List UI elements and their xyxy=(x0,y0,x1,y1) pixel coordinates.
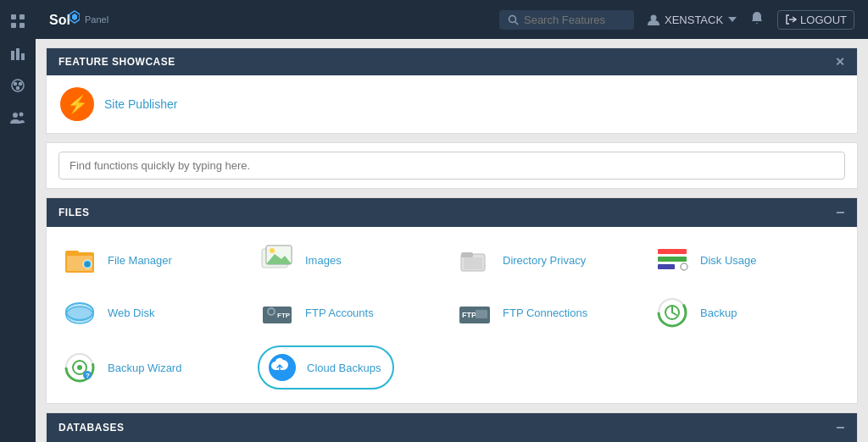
feature-showcase-title: FEATURE SHOWCASE xyxy=(58,56,175,68)
directory-privacy-item[interactable]: Directory Privacy xyxy=(455,240,646,279)
backup-icon xyxy=(653,293,692,332)
svg-point-23 xyxy=(85,262,90,267)
sidebar-icon-chart[interactable] xyxy=(3,39,32,68)
logout-button[interactable]: LOGOUT xyxy=(777,10,854,30)
feature-showcase-panel: FEATURE SHOWCASE ✕ ⚡ Site Publisher xyxy=(46,47,858,134)
disk-usage-item[interactable]: Disk Usage xyxy=(653,240,843,279)
svg-marker-15 xyxy=(72,14,77,20)
svg-rect-34 xyxy=(658,264,675,269)
svg-rect-1 xyxy=(19,14,25,19)
ftp-accounts-item[interactable]: FTP FTP Accounts xyxy=(258,293,448,332)
files-section-title: FILES xyxy=(58,207,90,218)
svg-rect-2 xyxy=(11,23,16,28)
images-item[interactable]: Images xyxy=(258,240,448,279)
feature-showcase-header: FEATURE SHOWCASE ✕ xyxy=(47,48,857,75)
databases-section-header: DATABASES − xyxy=(47,413,857,442)
site-publisher-link[interactable]: Site Publisher xyxy=(104,97,177,111)
collapse-files-button[interactable]: − xyxy=(836,205,845,220)
databases-section-title: DATABASES xyxy=(58,422,124,434)
files-section-header: FILES − xyxy=(47,198,857,227)
svg-point-10 xyxy=(17,87,19,90)
svg-rect-46 xyxy=(476,310,487,318)
sidebar xyxy=(0,0,36,442)
svg-point-12 xyxy=(19,113,24,117)
web-disk-icon xyxy=(60,293,99,332)
svg-text:Sol: Sol xyxy=(49,13,70,27)
backup-item[interactable]: Backup xyxy=(653,293,843,332)
svg-rect-6 xyxy=(21,53,25,60)
bell-icon xyxy=(750,11,764,25)
images-icon xyxy=(258,240,297,279)
disk-usage-label: Disk Usage xyxy=(700,254,756,267)
backup-wizard-label: Backup Wizard xyxy=(108,362,181,374)
ftp-accounts-icon: FTP xyxy=(258,293,297,332)
files-grid: File Manager Images xyxy=(47,227,857,403)
cloud-backups-highlight: Cloud Backups xyxy=(258,345,394,390)
ftp-connections-icon: FTP xyxy=(455,293,494,332)
topnav: Sol Panel XENSTACK xyxy=(36,0,868,39)
ftp-connections-item[interactable]: FTP FTP Connections xyxy=(455,293,646,332)
file-manager-item[interactable]: File Manager xyxy=(60,240,251,279)
svg-point-9 xyxy=(19,83,22,86)
user-icon xyxy=(648,14,659,25)
sidebar-icon-palette[interactable] xyxy=(3,71,32,100)
search-bar[interactable] xyxy=(499,10,634,30)
svg-rect-4 xyxy=(11,51,14,60)
logo: Sol Panel xyxy=(49,9,108,30)
logout-label: LOGOUT xyxy=(800,14,847,26)
files-section: FILES − File Manager xyxy=(46,197,858,404)
databases-section: DATABASES − phpMyAdmin xyxy=(46,412,858,442)
search-input[interactable] xyxy=(524,14,626,26)
cloud-backups-item[interactable]: Cloud Backups xyxy=(258,345,448,390)
svg-rect-30 xyxy=(461,252,473,257)
backup-wizard-item[interactable]: ? Backup Wizard xyxy=(60,345,251,390)
svg-text:FTP: FTP xyxy=(277,312,291,319)
notifications-bell[interactable] xyxy=(750,11,764,28)
function-search-input[interactable] xyxy=(58,152,845,180)
content-area: FEATURE SHOWCASE ✕ ⚡ Site Publisher FILE… xyxy=(36,39,868,442)
ftp-accounts-label: FTP Accounts xyxy=(305,307,374,319)
cloud-backups-icon xyxy=(266,351,298,384)
close-showcase-button[interactable]: ✕ xyxy=(835,55,846,69)
main-area: Sol Panel XENSTACK xyxy=(36,0,868,442)
svg-point-18 xyxy=(650,15,656,21)
chevron-down-icon xyxy=(728,17,737,22)
svg-rect-0 xyxy=(11,14,16,19)
cloud-backups-label: Cloud Backups xyxy=(307,362,381,374)
svg-text:?: ? xyxy=(86,372,90,379)
images-label: Images xyxy=(305,254,342,267)
site-publisher-icon: ⚡ xyxy=(60,87,94,121)
web-disk-item[interactable]: Web Disk xyxy=(60,293,251,332)
directory-privacy-icon xyxy=(455,240,494,279)
ftp-connections-label: FTP Connections xyxy=(503,307,587,319)
svg-rect-3 xyxy=(19,23,25,28)
svg-rect-5 xyxy=(16,48,19,60)
web-disk-label: Web Disk xyxy=(108,307,154,319)
function-search-box xyxy=(46,142,858,189)
panel-label: Panel xyxy=(85,14,108,25)
user-menu[interactable]: XENSTACK xyxy=(648,14,737,26)
feature-showcase-body: ⚡ Site Publisher xyxy=(47,75,857,133)
sidebar-icon-users[interactable] xyxy=(3,103,32,132)
search-icon xyxy=(508,14,519,25)
backup-wizard-icon: ? xyxy=(60,348,99,387)
svg-point-42 xyxy=(269,309,274,314)
svg-point-11 xyxy=(13,113,18,118)
file-manager-icon xyxy=(60,240,99,279)
svg-point-8 xyxy=(14,83,17,86)
username-label: XENSTACK xyxy=(665,14,723,26)
svg-rect-31 xyxy=(464,257,482,269)
svg-text:FTP: FTP xyxy=(462,311,476,319)
sidebar-icon-grid[interactable] xyxy=(3,7,32,36)
svg-point-35 xyxy=(681,263,687,270)
backup-label: Backup xyxy=(700,307,737,319)
logout-icon xyxy=(785,14,797,25)
svg-rect-33 xyxy=(658,257,687,262)
svg-point-53 xyxy=(77,365,82,370)
collapse-databases-button[interactable]: − xyxy=(836,420,845,435)
svg-point-16 xyxy=(509,15,515,22)
svg-line-17 xyxy=(515,21,518,25)
svg-rect-20 xyxy=(65,251,79,256)
disk-usage-icon xyxy=(653,240,692,279)
svg-rect-32 xyxy=(658,249,687,254)
